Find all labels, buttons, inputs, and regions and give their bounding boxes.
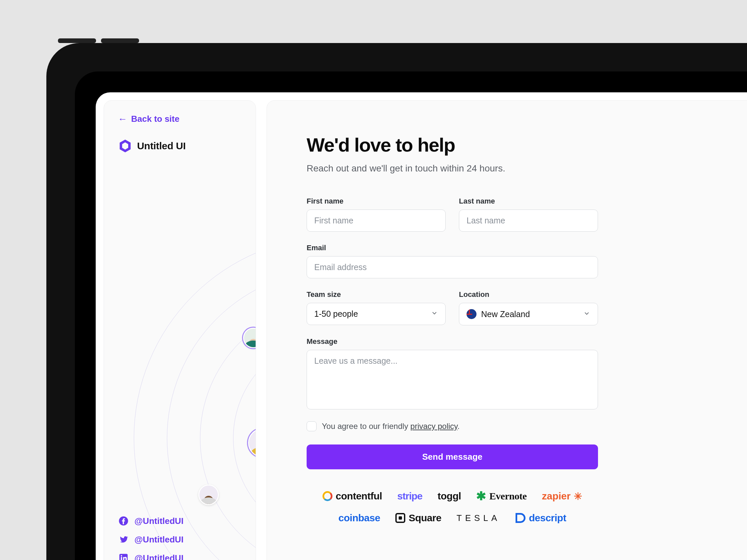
twitter-icon [118,534,129,545]
social-link-linkedin[interactable]: @UntitledUI [118,552,183,560]
orbit-illustration [121,240,256,537]
last-name-label: Last name [459,197,598,206]
message-textarea[interactable] [307,350,598,409]
consent-checkbox[interactable] [307,421,316,431]
logo-zapier: zapier✳ [542,490,582,502]
social-link-facebook[interactable]: @UntitledUI [118,515,183,527]
team-size-label: Team size [307,290,446,299]
page-subtitle: Reach out and we'll get in touch within … [307,163,735,174]
logo-tesla: TESLA [457,513,500,523]
logo-toggl: toggl [438,490,461,502]
social-handle: @UntitledUI [134,535,183,545]
brand-name: Untitled UI [137,140,186,152]
tablet-volume-button [101,38,139,43]
location-label: Location [459,290,598,299]
email-input[interactable] [307,256,598,278]
brand-logo-icon [118,139,132,153]
tablet-frame-inner: ← Back to site Untitled UI [75,72,747,560]
logo-stripe: stripe [397,490,422,502]
logo-contentful: contentful [323,490,382,502]
last-name-input[interactable] [459,210,598,232]
avatar [248,428,256,457]
send-message-button[interactable]: Send message [307,445,598,469]
message-label: Message [307,337,598,346]
svg-point-5 [121,555,122,556]
flag-icon [467,309,476,319]
avatar [243,328,256,348]
arrow-left-icon: ← [118,114,127,124]
first-name-input[interactable] [307,210,446,232]
chevron-down-icon [431,309,438,319]
contact-form: First name Last name Email [307,197,598,524]
social-links: @UntitledUI @UntitledUI @UntitledUI [118,515,183,560]
social-link-twitter[interactable]: @UntitledUI [118,534,183,545]
social-handle: @UntitledUI [134,553,183,560]
email-label: Email [307,244,598,252]
logo-descript: descript [516,512,566,524]
team-size-value: 1-50 people [314,309,358,319]
first-name-label: First name [307,197,446,206]
screen: ← Back to site Untitled UI [96,92,747,560]
team-size-select[interactable]: 1-50 people [307,303,446,325]
logo-coinbase: coinbase [338,512,380,524]
social-handle: @UntitledUI [134,516,183,526]
svg-rect-4 [121,557,122,560]
brand: Untitled UI [104,124,256,153]
location-select[interactable]: New Zealand [459,303,598,325]
avatar [198,484,219,505]
back-to-site-link[interactable]: ← Back to site [104,101,256,124]
main-content: We'd love to help Reach out and we'll ge… [266,100,747,560]
tablet-frame-outer: ← Back to site Untitled UI [46,43,747,560]
consent-text: You agree to our friendly privacy policy… [322,422,460,431]
linkedin-icon [118,552,129,560]
logo-square: Square [395,512,441,524]
consent-row: You agree to our friendly privacy policy… [307,421,598,431]
chevron-down-icon [583,310,590,319]
privacy-policy-link[interactable]: privacy policy [410,422,457,431]
facebook-icon [118,515,129,527]
customer-logos: contentful stripe toggl ✱Evernote zapier… [307,489,598,524]
page-title: We'd love to help [307,134,735,156]
sidebar: ← Back to site Untitled UI [104,100,256,560]
tablet-volume-button [58,38,96,43]
logo-evernote: ✱Evernote [476,489,526,503]
location-value: New Zealand [481,310,530,319]
back-to-site-label: Back to site [131,114,179,124]
